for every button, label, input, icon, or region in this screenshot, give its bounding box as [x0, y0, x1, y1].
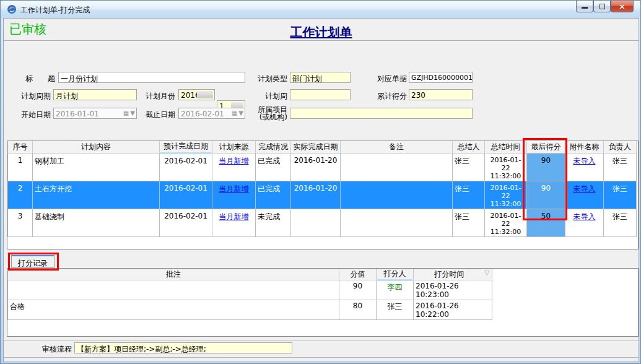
dropdown-icon[interactable]: ▼ — [130, 110, 135, 116]
cell-scorer: 张三 — [377, 300, 414, 320]
cell-seq: 2 — [8, 181, 33, 209]
minimize-button[interactable] — [576, 1, 593, 12]
divider — [4, 340, 639, 341]
divider — [4, 357, 639, 358]
plan-table-header: 序号 计划内容 预计完成日期 计划来源 完成情况 实际完成日期 备注 总结人 总… — [8, 141, 637, 153]
spinner-grip[interactable] — [197, 91, 213, 98]
cell-actual-date: 2016-01-20 — [291, 181, 341, 209]
doc-no-field[interactable]: GZJHD160000001 — [409, 72, 473, 83]
title-field[interactable]: 一月份计划 — [58, 72, 245, 83]
table-row[interactable]: 1 钢材加工 2016-02-01 当月新增 已完成 2016-01-20 张三… — [8, 153, 637, 181]
project-field[interactable] — [290, 108, 473, 119]
cell-seq: 1 — [8, 153, 33, 181]
col-summary-time[interactable]: 总结时间 — [485, 141, 527, 153]
app-icon — [7, 4, 17, 14]
tab-score-records[interactable]: 打分记录 — [11, 255, 55, 268]
calendar-icon[interactable]: ▦ — [232, 110, 237, 116]
cell-expected-date: 2016-02-01 — [160, 153, 212, 181]
col-owner[interactable]: 负责人 — [604, 141, 637, 153]
col-status[interactable]: 完成情况 — [256, 141, 291, 153]
col-summarizer[interactable]: 总结人 — [453, 141, 485, 153]
score-row[interactable]: 90 李四 2016-01-26 10:23:00 — [8, 280, 492, 300]
cell-score-time: 2016-01-26 10:22:00 — [414, 300, 492, 320]
col-seq[interactable]: 序号 — [8, 141, 33, 153]
calendar-icon[interactable]: ▦ — [123, 110, 129, 116]
total-score-field[interactable]: 230 — [409, 89, 473, 100]
col-score-value[interactable]: 分值 — [339, 269, 377, 280]
cell-owner: 张三 — [604, 209, 637, 236]
table-row-selected[interactable]: 2 土石方开挖 2016-02-01 当月新增 已完成 2016-01-20 张… — [8, 181, 637, 209]
attachment-link[interactable]: 未导入 — [573, 212, 596, 221]
cell-status: 未完成 — [256, 209, 291, 236]
plan-year-spinner[interactable]: 2016 — [178, 89, 215, 100]
dropdown-icon[interactable]: ▼ — [238, 110, 243, 116]
total-score-label: 累计得分 — [368, 91, 407, 102]
cell-comment — [8, 280, 339, 300]
cell-summary-time: 2016-01-22 11:32:00 — [485, 181, 527, 209]
score-records-panel: 批注 分值 打分人 ▽打分时间 90 李四 2016-01-26 10:23:0… — [7, 268, 639, 337]
end-date-field[interactable]: 2016-02-01 ▦▼ — [178, 108, 245, 119]
cell-final-score: 90 — [527, 181, 565, 209]
col-actual-date[interactable]: 实际完成日期 — [291, 141, 341, 153]
close-button[interactable]: × — [611, 1, 634, 12]
title-bar: 工作计划单-打分完成 × — [1, 1, 640, 18]
start-date-field[interactable]: 2016-01-01 ▦▼ — [53, 108, 137, 119]
cell-remark — [341, 181, 453, 209]
table-row[interactable]: 3 基础浇制 2016-02-01 当月新增 未完成 张三 2016-01-22… — [8, 209, 637, 236]
cell-content: 钢材加工 — [33, 153, 160, 181]
cell-seq: 3 — [8, 209, 33, 236]
plan-period-label: 计划周期 — [12, 91, 51, 102]
cell-summary-time: 2016-01-22 11:32:00 — [485, 209, 527, 236]
col-final-score[interactable]: 最后得分 — [527, 141, 565, 153]
col-comment[interactable]: 批注 — [8, 269, 339, 280]
cell-status: 已完成 — [256, 153, 291, 181]
page-title: 工作计划单 — [4, 24, 639, 41]
cell-comment: 合格 — [8, 300, 339, 320]
cell-content: 基础浇制 — [33, 209, 160, 236]
project-label-line2: (或机构) — [248, 112, 287, 123]
cell-summarizer: 张三 — [453, 209, 485, 236]
col-attachment[interactable]: 附件名称 — [565, 141, 604, 153]
cell-remark — [341, 209, 453, 236]
plan-source-link[interactable]: 当月新增 — [219, 212, 249, 221]
attachment-link[interactable]: 未导入 — [573, 157, 596, 165]
client-area: 已审核 工作计划单 标 题 一月份计划 计划类型 部门计划 对应单据 GZJHD… — [3, 18, 639, 362]
cell-score-time: 2016-01-26 10:23:00 — [414, 280, 492, 300]
plan-source-link[interactable]: 当月新增 — [219, 157, 249, 165]
cell-score-value: 90 — [339, 280, 377, 300]
cell-owner: 张三 — [604, 153, 637, 181]
cell-actual-date: 2016-01-20 — [291, 153, 341, 181]
start-date-label: 开始日期 — [12, 110, 51, 120]
plan-week-label: 计划周 — [248, 91, 287, 102]
col-source[interactable]: 计划来源 — [212, 141, 256, 153]
cell-final-score: 50 — [527, 209, 565, 236]
attachment-link[interactable]: 未导入 — [573, 184, 596, 193]
plan-table: 序号 计划内容 预计完成日期 计划来源 完成情况 实际完成日期 备注 总结人 总… — [7, 141, 637, 237]
cell-final-score: 90 — [527, 153, 565, 181]
doc-no-label: 对应单据 — [368, 74, 407, 84]
title-field-label: 标 题 — [16, 74, 55, 84]
plan-source-link[interactable]: 当月新增 — [219, 184, 249, 193]
sort-desc-icon: ▽ — [484, 269, 489, 276]
cell-summary-time: 2016-01-22 11:32:00 — [485, 153, 527, 181]
col-score-time[interactable]: ▽打分时间 — [414, 269, 492, 280]
plan-period-field[interactable]: 月计划 — [53, 89, 137, 100]
score-row[interactable]: 合格 80 张三 2016-01-26 10:22:00 — [8, 300, 492, 320]
minimize-icon — [582, 7, 588, 9]
col-content[interactable]: 计划内容 — [33, 141, 160, 153]
cell-summarizer: 张三 — [453, 153, 485, 181]
close-icon: × — [619, 2, 626, 11]
form-panel: 标 题 一月份计划 计划类型 部门计划 对应单据 GZJHD160000001 … — [4, 40, 639, 363]
cell-status: 已完成 — [256, 181, 291, 209]
plan-month-label: 计划月份 — [136, 91, 175, 102]
cell-owner: 张三 — [604, 181, 637, 209]
review-flow-field[interactable]: 【新方案】项目经理;->副总;->总经理; — [74, 342, 292, 353]
score-table-header: 批注 分值 打分人 ▽打分时间 — [8, 269, 492, 280]
col-scorer[interactable]: 打分人 — [377, 269, 414, 280]
col-expected-date[interactable]: 预计完成日期 — [160, 141, 212, 153]
plan-type-field[interactable]: 部门计划 — [290, 72, 351, 83]
end-date-label: 截止日期 — [136, 110, 175, 120]
maximize-button[interactable] — [593, 1, 611, 12]
col-remark[interactable]: 备注 — [341, 141, 453, 153]
plan-week-field[interactable] — [290, 89, 351, 100]
